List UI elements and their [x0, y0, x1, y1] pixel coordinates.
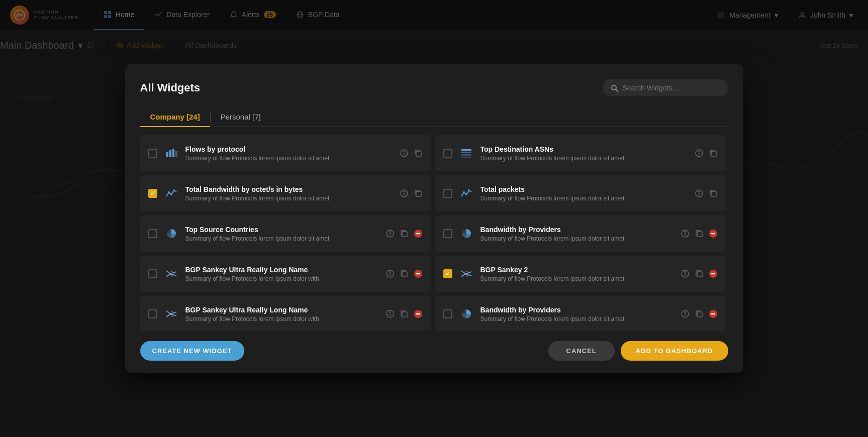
svg-point-52 [699, 191, 700, 192]
footer-right: CANCEL ADD TO DASHBOARD [548, 341, 728, 361]
copy-icon[interactable] [413, 148, 423, 158]
svg-point-38 [699, 151, 700, 152]
widget-actions [399, 188, 423, 198]
svg-point-49 [468, 189, 470, 191]
widget-checkbox-w4[interactable] [148, 269, 157, 278]
widget-item: Total Bandwidth by octet/s in bytes Summ… [140, 175, 431, 211]
widget-checkbox-w8[interactable] [443, 229, 452, 238]
svg-rect-99 [402, 312, 407, 317]
delete-icon[interactable] [413, 309, 423, 319]
widget-item: Bandwidth by Providers Summary of flow P… [435, 215, 726, 252]
widget-actions [694, 188, 718, 198]
create-new-widget-button[interactable]: CREATE NEW WIDGET [140, 341, 244, 361]
widget-item: Top Destination ASNs Summary of flow Pro… [435, 135, 726, 171]
widget-desc: Summary of flow Protocols lorem ipsum do… [185, 315, 379, 322]
svg-point-62 [685, 232, 686, 233]
svg-point-40 [168, 191, 170, 193]
info-icon[interactable] [385, 309, 395, 319]
delete-icon[interactable] [413, 229, 423, 239]
widget-info-w10: Bandwidth by Providers Summary of flow P… [480, 306, 674, 322]
svg-point-98 [390, 312, 391, 313]
copy-icon[interactable] [708, 148, 718, 158]
cancel-button[interactable]: CANCEL [548, 341, 615, 361]
tab-personal[interactable]: Personal [7] [211, 107, 271, 127]
widget-icon-sankey3 [163, 306, 179, 322]
svg-rect-34 [461, 154, 471, 156]
svg-rect-87 [697, 272, 702, 277]
svg-line-80 [465, 272, 471, 274]
info-icon[interactable] [385, 269, 395, 279]
svg-point-41 [170, 193, 172, 195]
svg-point-74 [390, 272, 391, 273]
delete-icon[interactable] [708, 269, 718, 279]
all-widgets-modal: All Widgets Company [24] Personal [7] [125, 64, 743, 373]
copy-icon[interactable] [399, 269, 409, 279]
widget-checkbox-w7[interactable] [443, 189, 452, 198]
svg-rect-24 [166, 152, 168, 157]
widget-info-w7: Total packets Summary of flow Protocols … [480, 185, 688, 202]
widget-icon-sankey2 [458, 266, 474, 282]
copy-icon[interactable] [399, 309, 409, 319]
widget-name: Total packets [480, 185, 688, 193]
delete-icon[interactable] [413, 269, 423, 279]
search-box[interactable] [603, 79, 728, 96]
add-to-dashboard-button[interactable]: ADD TO DASHBOARD [621, 341, 728, 361]
svg-rect-57 [402, 232, 407, 237]
widget-checkbox-w2[interactable] [148, 189, 157, 198]
tab-company[interactable]: Company [24] [140, 107, 210, 127]
widget-name: BGP Sankey 2 [480, 266, 674, 274]
info-icon[interactable] [680, 229, 690, 239]
svg-line-91 [166, 314, 170, 317]
widget-info-w9: BGP Sankey 2 Summary of flow Protocols l… [480, 266, 674, 282]
copy-icon[interactable] [413, 188, 423, 198]
info-icon[interactable] [694, 148, 704, 158]
svg-line-78 [461, 271, 465, 274]
widget-icon-sankey [163, 266, 179, 282]
svg-line-67 [166, 274, 170, 277]
copy-icon[interactable] [694, 309, 704, 319]
widget-tabs: Company [24] Personal [7] [140, 107, 728, 127]
info-icon[interactable] [694, 188, 704, 198]
svg-rect-39 [711, 151, 716, 156]
search-input[interactable] [623, 84, 720, 92]
copy-icon[interactable] [399, 229, 409, 239]
svg-line-90 [166, 311, 170, 314]
widget-actions [385, 269, 423, 279]
widget-item: Bandwidth by Providers Summary of flow P… [435, 296, 726, 331]
info-icon[interactable] [399, 148, 409, 158]
widget-name: Top Source Countries [185, 226, 379, 234]
delete-icon[interactable] [708, 229, 718, 239]
widget-checkbox-w3[interactable] [148, 229, 157, 238]
widget-checkbox-w1[interactable] [148, 149, 157, 158]
widget-info-w3: Top Source Countries Summary of flow Pro… [185, 226, 379, 242]
widget-info-w4: BGP Sankey Ultra Really Long Name Summar… [185, 266, 379, 282]
svg-rect-46 [416, 191, 421, 196]
widget-checkbox-w5[interactable] [148, 309, 157, 318]
info-icon[interactable] [399, 188, 409, 198]
widget-checkbox-w9[interactable] [443, 269, 452, 278]
svg-rect-25 [169, 150, 171, 157]
copy-icon[interactable] [694, 229, 704, 239]
widget-item: Top Source Countries Summary of flow Pro… [140, 215, 431, 252]
info-icon[interactable] [680, 269, 690, 279]
copy-icon[interactable] [708, 188, 718, 198]
widget-checkbox-w10[interactable] [443, 309, 452, 318]
svg-line-69 [170, 274, 176, 276]
search-icon [611, 83, 619, 92]
widget-item: BGP Sankey Ultra Really Long Name Summar… [140, 296, 431, 331]
widget-name: Bandwidth by Providers [480, 226, 674, 234]
delete-icon[interactable] [708, 309, 718, 319]
svg-point-42 [173, 189, 175, 191]
info-icon[interactable] [385, 229, 395, 239]
svg-line-92 [170, 312, 176, 314]
widget-item: BGP Sankey Ultra Really Long Name Summar… [140, 256, 431, 292]
svg-point-86 [685, 272, 686, 273]
widget-checkbox-w6[interactable] [443, 149, 452, 158]
widget-desc: Summary of flow Protocols lorem ipsum do… [480, 315, 674, 322]
widget-info-w5: BGP Sankey Ultra Really Long Name Summar… [185, 306, 379, 322]
info-icon[interactable] [680, 309, 690, 319]
widget-actions [680, 269, 718, 279]
widget-actions [680, 309, 718, 319]
widget-desc: Summary of flow Protocols lorem ipsum do… [185, 155, 393, 162]
copy-icon[interactable] [694, 269, 704, 279]
